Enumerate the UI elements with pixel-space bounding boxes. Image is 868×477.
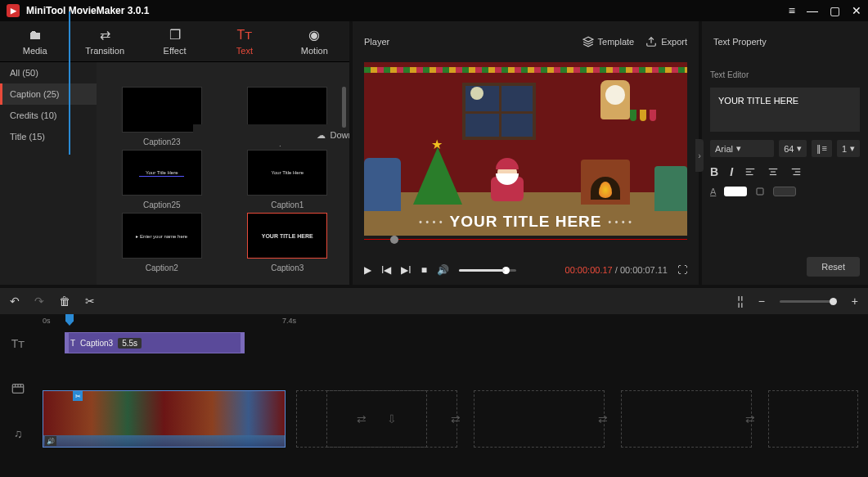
- category-list: All (50) Caption (25) Credits (10) Title…: [0, 62, 97, 285]
- stop-button[interactable]: ■: [421, 264, 427, 276]
- play-button[interactable]: ▶: [364, 264, 371, 276]
- thumb-caption2[interactable]: ▸ Enter your name here: [122, 213, 202, 259]
- clip-split-icon[interactable]: ✂: [73, 391, 83, 401]
- text-content-input[interactable]: [710, 88, 860, 132]
- thumb-label: Caption23: [143, 137, 181, 146]
- line-height-icon: ‖≡: [816, 143, 826, 154]
- property-title: Text Property: [713, 37, 857, 47]
- motion-icon: ◉: [308, 27, 320, 43]
- tab-effect[interactable]: ❐ Effect: [140, 21, 209, 61]
- minimize-button[interactable]: —: [807, 4, 818, 17]
- effect-icon: ❐: [169, 27, 181, 43]
- text-color-picker[interactable]: [724, 187, 747, 196]
- highlight-color-icon: [755, 187, 765, 196]
- fit-timeline-button[interactable]: ¦¦: [737, 295, 743, 308]
- caption-clip[interactable]: T Caption3 5.5s: [65, 332, 245, 353]
- cat-title[interactable]: Title (15): [0, 126, 97, 147]
- chevron-down-icon: ▾: [736, 143, 741, 154]
- font-select[interactable]: Arial▾: [710, 140, 774, 157]
- text-icon: Tᴛ: [237, 27, 253, 43]
- export-button[interactable]: Export: [645, 36, 687, 47]
- undo-button[interactable]: ↶: [10, 295, 20, 308]
- audio-track-icon: ♫: [0, 427, 36, 440]
- thumb-label: Caption25: [143, 200, 181, 209]
- tab-media[interactable]: 🖿 Media: [0, 21, 70, 61]
- italic-button[interactable]: I: [730, 165, 733, 178]
- download-icon: ☁: [317, 130, 326, 141]
- cat-caption[interactable]: Caption (25): [0, 83, 97, 105]
- thumb-caption25[interactable]: Your Title Here: [122, 150, 202, 196]
- thumb-label: Caption3: [271, 263, 304, 272]
- time-display: 00:00:00.17 / 00:00:07.11: [526, 265, 668, 275]
- prev-frame-button[interactable]: I◀: [381, 264, 391, 276]
- template-button[interactable]: Template: [582, 36, 635, 47]
- tab-label: Transition: [85, 46, 124, 56]
- library-scrollbar[interactable]: [342, 87, 346, 128]
- layers-icon: [582, 36, 594, 47]
- highlight-color-picker[interactable]: [773, 187, 796, 196]
- text-icon: T: [70, 339, 75, 348]
- line-height-button[interactable]: ‖≡: [812, 140, 831, 157]
- align-left-button[interactable]: [744, 166, 756, 178]
- transition-icon: ⇄: [100, 27, 110, 43]
- zoom-in-button[interactable]: +: [852, 295, 858, 308]
- cat-all[interactable]: All (50): [0, 62, 97, 83]
- download-youtube-button[interactable]: ☁ Download YouTube Videos: [193, 124, 349, 146]
- next-frame-button[interactable]: ▶I: [401, 264, 411, 276]
- volume-slider[interactable]: [459, 269, 516, 272]
- chevron-down-icon: ▾: [850, 143, 855, 154]
- menu-icon[interactable]: ≡: [789, 4, 795, 17]
- align-center-button[interactable]: [767, 166, 779, 178]
- align-right-button[interactable]: [790, 166, 802, 178]
- bold-button[interactable]: B: [710, 165, 718, 178]
- cat-credits[interactable]: Credits (10): [0, 105, 97, 126]
- close-button[interactable]: ✕: [852, 4, 861, 17]
- split-button[interactable]: ✂: [85, 295, 95, 308]
- font-size-select[interactable]: 64▾: [779, 140, 807, 157]
- fullscreen-button[interactable]: ⛶: [677, 264, 687, 276]
- thumb-caption23[interactable]: [122, 87, 202, 133]
- tab-label: Effect: [164, 46, 187, 56]
- tab-label: Motion: [301, 46, 328, 56]
- redo-button[interactable]: ↷: [34, 295, 44, 308]
- svg-marker-0: [583, 37, 593, 42]
- tab-label: Text: [236, 46, 253, 56]
- main-toolbar: 🖿 Media ⇄ Transition ❐ Effect Tᴛ Text ◉ …: [0, 21, 349, 62]
- playhead-line: [69, 11, 70, 155]
- thumb-caption1[interactable]: Your Title Here: [247, 150, 327, 196]
- tab-text[interactable]: Tᴛ Text: [209, 21, 279, 61]
- expand-handle[interactable]: ›: [695, 139, 704, 172]
- folder-icon: 🖿: [29, 28, 42, 43]
- tab-transition[interactable]: ⇄ Transition: [70, 21, 139, 61]
- titlebar: ▶ MiniTool MovieMaker 3.0.1 ≡ — ▢ ✕: [0, 0, 868, 21]
- tab-label: Media: [23, 46, 47, 56]
- text-track-icon: Tᴛ: [0, 337, 36, 350]
- zoom-out-button[interactable]: −: [758, 295, 765, 308]
- playhead[interactable]: [65, 314, 74, 326]
- timeline-ruler[interactable]: 0s 7.4s: [0, 314, 868, 329]
- svg-rect-11: [757, 188, 763, 195]
- app-title: MiniTool MovieMaker 3.0.1: [26, 5, 789, 16]
- thumb-label: Caption2: [146, 263, 178, 272]
- text-editor-label: Text Editor: [710, 70, 860, 79]
- thumb-caption3[interactable]: YOUR TITLE HERE: [247, 213, 327, 259]
- maximize-button[interactable]: ▢: [830, 4, 840, 17]
- reset-button[interactable]: Reset: [807, 257, 860, 277]
- tab-motion[interactable]: ◉ Motion: [280, 21, 349, 61]
- app-logo-icon: ▶: [7, 4, 20, 17]
- player-title: Player: [364, 37, 571, 47]
- zoom-slider[interactable]: [780, 300, 837, 303]
- delete-button[interactable]: 🗑: [59, 295, 70, 308]
- volume-icon[interactable]: 🔊: [437, 264, 449, 276]
- chevron-down-icon: ▾: [797, 143, 802, 154]
- spacing-select[interactable]: 1▾: [837, 140, 860, 157]
- text-color-icon: A: [710, 187, 716, 196]
- thumb-label: Caption1: [271, 200, 304, 209]
- player-progress[interactable]: [364, 239, 687, 255]
- export-icon: [645, 36, 657, 47]
- video-preview[interactable]: ★ YOUR TITLE HERE: [364, 62, 687, 236]
- preview-text-overlay[interactable]: YOUR TITLE HERE: [364, 213, 687, 231]
- video-track-icon: [0, 382, 36, 395]
